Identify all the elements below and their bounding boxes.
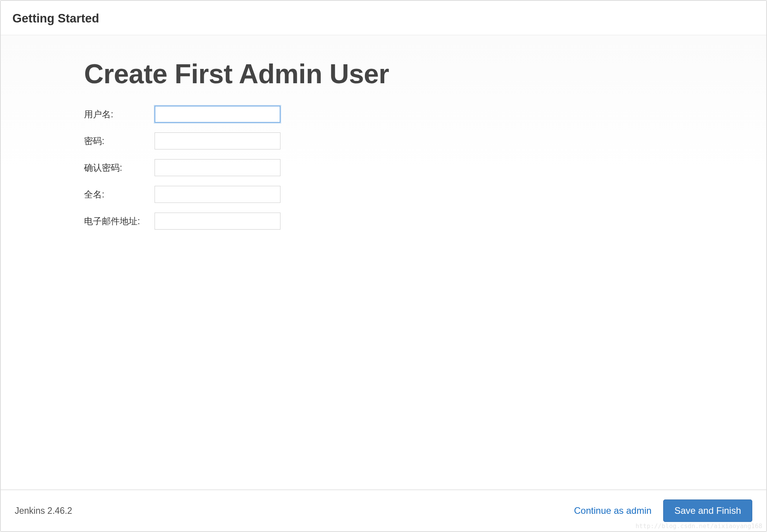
version-label: Jenkins 2.46.2	[15, 506, 72, 516]
email-label: 电子邮件地址:	[84, 215, 155, 227]
username-label: 用户名:	[84, 108, 155, 120]
fullname-label: 全名:	[84, 189, 155, 201]
username-input[interactable]	[155, 106, 280, 123]
main-content: Create First Admin User 用户名: 密码: 确认密码: 全…	[1, 35, 766, 489]
form-row-email: 电子邮件地址:	[84, 213, 766, 230]
fullname-input[interactable]	[155, 186, 280, 203]
page-title: Create First Admin User	[84, 58, 766, 89]
email-input[interactable]	[155, 213, 280, 230]
confirm-password-label: 确认密码:	[84, 162, 155, 174]
password-input[interactable]	[155, 132, 280, 149]
setup-wizard-window: Getting Started Create First Admin User …	[0, 0, 767, 532]
password-label: 密码:	[84, 135, 155, 147]
form-row-password: 密码:	[84, 132, 766, 149]
confirm-password-input[interactable]	[155, 159, 280, 176]
footer-actions: Continue as admin Save and Finish	[574, 499, 752, 522]
footer: Jenkins 2.46.2 Continue as admin Save an…	[1, 489, 766, 531]
header: Getting Started	[1, 1, 766, 35]
form-row-fullname: 全名:	[84, 186, 766, 203]
form-row-username: 用户名:	[84, 106, 766, 123]
form-row-confirm-password: 确认密码:	[84, 159, 766, 176]
header-title: Getting Started	[12, 12, 755, 26]
save-and-finish-button[interactable]: Save and Finish	[663, 499, 752, 522]
continue-as-admin-button[interactable]: Continue as admin	[574, 505, 652, 516]
